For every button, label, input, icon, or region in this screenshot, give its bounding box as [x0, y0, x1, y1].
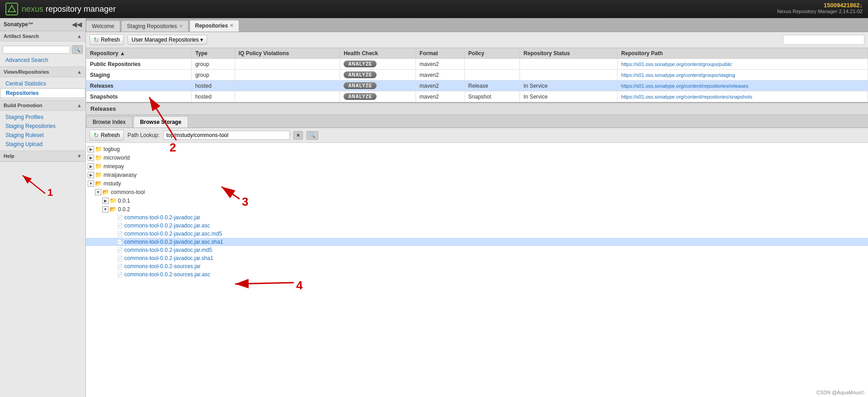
path-clear-button[interactable]: ✕: [293, 131, 303, 140]
tab-staging-repos-close[interactable]: ✕: [179, 24, 183, 28]
path-lookup-input[interactable]: [163, 131, 290, 140]
tree-toggle-icon[interactable]: ▶: [88, 155, 94, 161]
tab-staging-repos[interactable]: Staging Repositories ✕: [121, 20, 189, 32]
repo-format-cell: maven2: [416, 80, 465, 91]
tree-folder-item[interactable]: ▶📁logbug: [86, 145, 868, 153]
tree-toggle-icon[interactable]: ▶: [102, 198, 108, 204]
tree-folder-item[interactable]: ▼📂mstudy: [86, 179, 868, 188]
tree-folder-item[interactable]: ▶📁miraijavaeasy: [86, 170, 868, 179]
logo-area: nexus repository manager: [5, 3, 116, 15]
tree-folder-item[interactable]: ▶📁0.0.1: [86, 196, 868, 205]
repo-policy-cell: Release: [464, 80, 519, 91]
repo-path-link[interactable]: https://s01.oss.sonatype.org/content/gro…: [621, 72, 735, 78]
path-go-button[interactable]: 🔍: [307, 131, 318, 140]
repo-iq-cell: [235, 70, 340, 80]
sidebar-section-views: Views/Repositories ▲ Central Statistics …: [0, 67, 85, 100]
tree-toggle-icon[interactable]: ▼: [95, 189, 101, 195]
folder-icon: 📂: [95, 180, 102, 187]
refresh-button[interactable]: ↻ Refresh: [90, 34, 124, 45]
repo-type-cell: group: [191, 70, 235, 80]
tab-welcome[interactable]: Welcome: [86, 20, 120, 32]
user-managed-repos-button[interactable]: User Managed Repositories ▾: [127, 35, 207, 45]
folder-icon: 📁: [95, 171, 102, 178]
sidebar-section-header-build-promotion[interactable]: Build Promotion ▲: [0, 100, 85, 111]
search-input[interactable]: [783, 35, 864, 45]
tree-toggle-icon[interactable]: ▼: [88, 180, 94, 187]
tree-folder-item[interactable]: ▶📁minepay: [86, 162, 868, 170]
tab-repositories-close[interactable]: ✕: [230, 24, 233, 28]
repo-path-link[interactable]: https://s01.oss.sonatype.org/content/gro…: [621, 61, 732, 67]
sidebar-item-staging-profiles[interactable]: Staging Profiles: [0, 113, 85, 122]
sidebar-section-arrow-artifact-search: ▲: [77, 33, 82, 39]
tree-item-label: miraijavaeasy: [104, 172, 137, 178]
analyze-button[interactable]: ANALYZE: [344, 61, 377, 67]
tree-item-label: commons-tool-0.0.2-javadoc.jar.md5: [124, 247, 212, 253]
repo-type-cell: hosted: [191, 91, 235, 102]
tree-toggle-icon[interactable]: ▶: [88, 172, 94, 178]
tree-toggle-icon[interactable]: ▼: [102, 206, 108, 213]
sidebar-section-arrow-build-promotion: ▲: [77, 103, 82, 108]
tree-folder-item[interactable]: ▶📁microworld: [86, 153, 868, 162]
analyze-button[interactable]: ANALYZE: [344, 71, 377, 78]
repo-type-cell: group: [191, 59, 235, 70]
sidebar-item-repositories[interactable]: Repositories: [0, 88, 85, 98]
table-row[interactable]: ReleaseshostedANALYZEmaven2ReleaseIn Ser…: [86, 80, 868, 91]
repo-policy-cell: [464, 59, 519, 70]
path-lookup-label: Path Lookup:: [127, 132, 160, 138]
sidebar-header: Sonatype™ ◀◀: [0, 18, 85, 31]
sidebar-item-staging-upload[interactable]: Staging Upload: [0, 140, 85, 149]
col-path: Repository Path: [618, 48, 868, 59]
repo-status-cell: In Service: [520, 80, 618, 91]
file-icon: 📄: [117, 255, 123, 261]
analyze-button[interactable]: ANALYZE: [344, 93, 377, 100]
tree-folder-item[interactable]: ▼📂0.0.2: [86, 205, 868, 213]
sidebar-item-staging-repositories[interactable]: Staging Repositories: [0, 122, 85, 131]
lower-refresh-button[interactable]: ↻ Refresh: [90, 130, 124, 141]
sidebar-section-header-views[interactable]: Views/Repositories ▲: [0, 67, 85, 77]
sidebar-section-build-promotion: Build Promotion ▲ Staging Profiles Stagi…: [0, 100, 85, 151]
tree-file-item[interactable]: 📄commons-tool-0.0.2-javadoc.jar: [86, 213, 868, 222]
tree-item-label: commons-tool-0.0.2-sources.jar: [124, 263, 201, 269]
sidebar-item-central-statistics[interactable]: Central Statistics: [0, 79, 85, 88]
tree-item-label: commons-tool-0.0.2-javadoc.jar.asc.md5: [124, 231, 222, 237]
tab-repositories[interactable]: Repositories ✕: [189, 20, 240, 32]
sidebar-section-label-artifact-search: Artifact Search: [4, 33, 39, 39]
tree-file-item[interactable]: 📄commons-tool-0.0.2-sources.jar.asc: [86, 270, 868, 279]
tree-file-item[interactable]: 📄commons-tool-0.0.2-javadoc.jar.asc: [86, 222, 868, 230]
sidebar-title: Sonatype™: [4, 21, 33, 28]
table-row[interactable]: Public RepositoriesgroupANALYZEmaven2htt…: [86, 59, 868, 70]
tree-file-item[interactable]: 📄commons-tool-0.0.2-javadoc.jar.md5: [86, 246, 868, 254]
tree-toggle-icon[interactable]: ▶: [88, 163, 94, 170]
lower-refresh-icon: ↻: [94, 132, 99, 139]
col-repository: Repository ▲: [86, 48, 192, 59]
tree-file-item[interactable]: 📄commons-tool-0.0.2-javadoc.jar.sha1: [86, 254, 868, 262]
repo-table-container: Repository ▲ Type IQ Policy Violations H…: [86, 48, 868, 102]
tree-item-label: commons-tool-0.0.2-sources.jar.asc: [124, 271, 210, 278]
repo-path-link[interactable]: https://s01.oss.sonatype.org/content/rep…: [621, 94, 752, 99]
tree-panel[interactable]: ▶📁logbug▶📁microworld▶📁minepay▶📁miraijava…: [86, 143, 868, 397]
file-icon: 📄: [117, 272, 123, 278]
repo-name-cell: Releases: [86, 80, 192, 91]
tree-file-item[interactable]: 📄commons-tool-0.0.2-sources.jar: [86, 262, 868, 270]
sidebar-item-staging-ruleset[interactable]: Staging Ruleset: [0, 131, 85, 140]
sidebar-section-label-help: Help: [4, 153, 14, 159]
sidebar-section-header-help[interactable]: Help ▼: [0, 151, 85, 161]
repo-policy-cell: Snapshot: [464, 91, 519, 102]
table-row[interactable]: SnapshotshostedANALYZEmaven2SnapshotIn S…: [86, 91, 868, 102]
lower-tab-browse-index[interactable]: Browse Index: [86, 116, 132, 128]
analyze-button[interactable]: ANALYZE: [344, 82, 377, 89]
sidebar-item-advanced-search[interactable]: Advanced Search: [0, 56, 85, 65]
sidebar-collapse-btn[interactable]: ◀◀: [72, 21, 82, 28]
tree-file-item[interactable]: 📄commons-tool-0.0.2-javadoc.jar.asc.sha1: [86, 238, 868, 246]
tree-item-label: commons-tool-0.0.2-javadoc.jar.sha1: [124, 255, 213, 261]
table-row[interactable]: StaginggroupANALYZEmaven2https://s01.oss…: [86, 70, 868, 80]
tree-file-item[interactable]: 📄commons-tool-0.0.2-javadoc.jar.asc.md5: [86, 230, 868, 238]
tree-folder-item[interactable]: ▼📂commons-tool: [86, 188, 868, 196]
artifact-search-button[interactable]: 🔍: [72, 45, 83, 54]
tree-toggle-icon[interactable]: ▶: [88, 146, 94, 152]
repo-table-body: Public RepositoriesgroupANALYZEmaven2htt…: [86, 59, 868, 102]
lower-tab-browse-storage[interactable]: Browse Storage: [133, 116, 188, 128]
artifact-search-input[interactable]: [3, 46, 70, 54]
sidebar-section-header-artifact-search[interactable]: Artifact Search ▲: [0, 31, 85, 42]
repo-path-link[interactable]: https://s01.oss.sonatype.org/content/rep…: [621, 83, 748, 89]
